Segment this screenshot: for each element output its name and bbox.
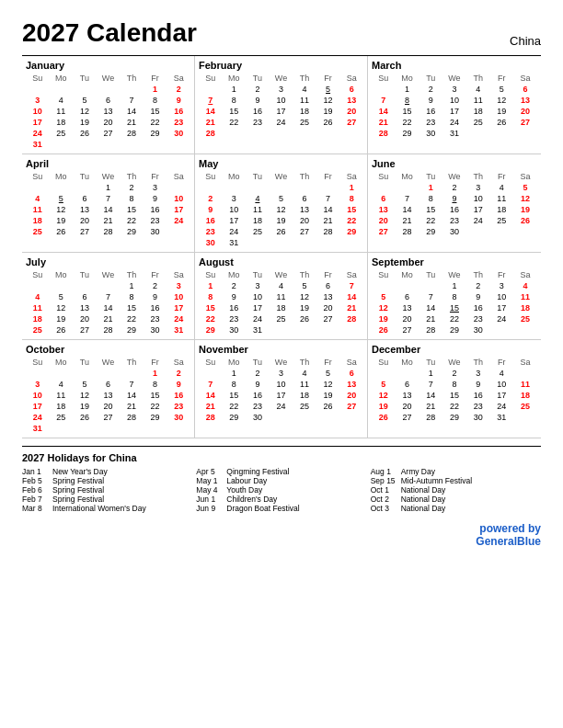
weekday-header: Mo	[396, 357, 419, 368]
calendar-day: 10	[490, 379, 514, 390]
month-block-march: MarchSuMoTuWeThFrSa123456789101112131415…	[368, 56, 541, 154]
calendar-day	[50, 368, 74, 379]
calendar-day	[513, 226, 537, 237]
weekday-header: Sa	[339, 269, 363, 280]
calendar-day: 13	[316, 291, 340, 302]
calendar-day	[97, 280, 121, 291]
calendar-day: 2	[246, 84, 270, 95]
calendar-day: 21	[419, 401, 442, 412]
calendar-day	[50, 280, 74, 291]
calendar-day: 8	[223, 379, 247, 390]
holiday-date: May 1	[196, 476, 224, 485]
calendar-day: 23	[167, 117, 190, 128]
calendar-day	[73, 182, 97, 193]
calendar-day: 28	[120, 412, 144, 423]
calendar-day: 24	[246, 313, 270, 324]
calendar-day: 7	[97, 193, 121, 204]
calendar-day: 10	[167, 291, 190, 302]
calendar-day: 20	[316, 302, 340, 313]
calendar-day: 23	[442, 215, 466, 226]
calendar-day	[97, 84, 121, 95]
calendar-day: 18	[26, 313, 50, 324]
calendar-day: 18	[246, 215, 270, 226]
calendar-day: 7	[419, 291, 442, 302]
calendar-day: 11	[270, 291, 293, 302]
weekday-header: Fr	[490, 171, 514, 182]
calendar-day: 8	[120, 291, 144, 302]
calendar-day: 14	[97, 204, 121, 215]
month-name: February	[199, 60, 363, 71]
calendar-day	[199, 368, 223, 379]
month-block-may: MaySuMoTuWeThFrSa12345678910111213141516…	[195, 154, 368, 253]
weekday-header: Tu	[419, 357, 442, 368]
holiday-name: Children's Day	[226, 495, 277, 504]
calendar-day: 25	[293, 117, 316, 128]
calendar-day: 21	[199, 117, 223, 128]
weekday-header: Fr	[144, 171, 167, 182]
calendar-day: 23	[167, 401, 190, 412]
weekday-header: Tu	[73, 171, 97, 182]
holiday-date: May 4	[196, 485, 224, 495]
calendar-day: 13	[339, 379, 363, 390]
weekday-header: Th	[293, 269, 316, 280]
calendar-day: 21	[97, 313, 121, 324]
calendar-day: 7	[120, 95, 144, 106]
month-block-july: JulySuMoTuWeThFrSa1234567891011121314151…	[22, 253, 195, 340]
calendar-day: 23	[199, 226, 223, 237]
calendar-day: 24	[490, 401, 514, 412]
weekday-header: Tu	[73, 357, 97, 368]
calendar-day: 25	[513, 401, 537, 412]
calendar-day: 8	[419, 193, 442, 204]
calendar-day: 7	[199, 95, 223, 106]
calendar-day: 12	[372, 390, 396, 401]
holiday-item: May 1Labour Day	[196, 476, 366, 485]
weekday-header: Fr	[316, 357, 340, 368]
weekday-header: Th	[466, 357, 490, 368]
calendar-day: 6	[339, 84, 363, 95]
month-block-april: AprilSuMoTuWeThFrSa123456789101112131415…	[22, 154, 195, 253]
weekday-header: We	[270, 269, 293, 280]
weekday-header: We	[270, 171, 293, 182]
calendar-day: 14	[97, 302, 121, 313]
calendar-day: 5	[316, 84, 340, 95]
calendar-day: 17	[270, 390, 293, 401]
calendar-day	[26, 182, 50, 193]
calendar-day: 30	[167, 412, 190, 423]
calendar-day: 2	[167, 368, 190, 379]
calendar-day	[50, 182, 74, 193]
calendar-day: 5	[513, 182, 537, 193]
holiday-date: Sep 15	[371, 476, 398, 485]
calendar-day: 14	[419, 302, 442, 313]
calendar-day	[466, 226, 490, 237]
calendar-day	[246, 182, 270, 193]
holiday-item: Feb 7Spring Festival	[22, 495, 192, 504]
calendar-day: 11	[26, 302, 50, 313]
calendar-day: 25	[490, 215, 514, 226]
calendar-day: 8	[223, 95, 247, 106]
calendar-day	[293, 128, 316, 139]
calendar-day: 16	[223, 302, 247, 313]
calendar-day: 1	[144, 84, 167, 95]
calendar-day	[513, 368, 537, 379]
calendar-day: 2	[120, 182, 144, 193]
month-block-october: OctoberSuMoTuWeThFrSa1234567891011121314…	[22, 340, 195, 438]
calendar-day: 23	[144, 215, 167, 226]
weekday-header: Fr	[490, 73, 514, 84]
calendar-day: 17	[223, 215, 247, 226]
calendar-day: 13	[73, 204, 97, 215]
calendar-day: 19	[50, 313, 74, 324]
month-name: July	[26, 256, 190, 267]
calendar-day	[270, 412, 293, 423]
calendar-day	[293, 182, 316, 193]
calendar-day: 13	[372, 204, 396, 215]
calendar-day: 1	[419, 182, 442, 193]
weekday-header: Mo	[50, 269, 74, 280]
calendar-day: 3	[270, 84, 293, 95]
calendar-day: 1	[223, 368, 247, 379]
calendar-day: 27	[293, 226, 316, 237]
calendar-day: 10	[167, 193, 190, 204]
calendar-day: 29	[144, 412, 167, 423]
calendar-day: 5	[73, 95, 97, 106]
calendar-day: 5	[50, 193, 74, 204]
calendar-day: 27	[97, 412, 121, 423]
